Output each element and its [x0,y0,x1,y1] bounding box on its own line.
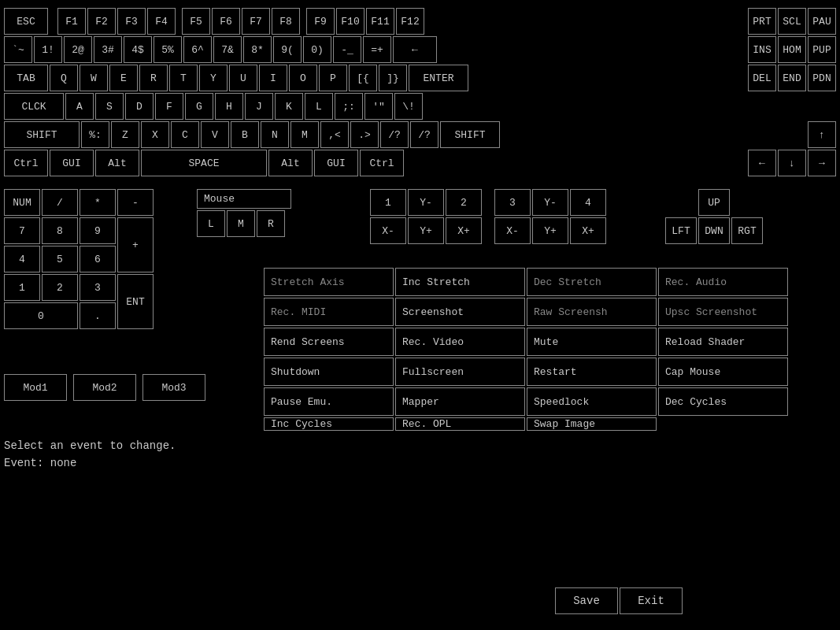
key-pup[interactable]: PUP [808,36,836,63]
key-h[interactable]: H [215,93,243,120]
exit-button[interactable]: Exit [620,587,683,614]
key-tab[interactable]: TAB [4,65,48,91]
np-0[interactable]: 0 [4,302,78,329]
key-backspace[interactable]: ← [393,36,437,63]
key-minus[interactable]: -_ [333,36,361,63]
np-dot[interactable]: . [80,302,116,329]
key-x[interactable]: X [141,121,169,148]
mod3-button[interactable]: Mod3 [142,374,205,401]
key-pdn[interactable]: PDN [808,65,836,91]
key-n[interactable]: N [261,121,289,148]
action-fullscreen[interactable]: Fullscreen [395,358,525,386]
key-q[interactable]: Q [50,65,78,91]
key-b[interactable]: B [231,121,259,148]
action-rec-midi[interactable]: Rec. MIDI [264,298,394,326]
key-rshift[interactable]: SHIFT [440,121,500,148]
ag2-yminus[interactable]: Y- [532,189,568,216]
action-rec-video[interactable]: Rec. Video [395,328,525,356]
key-f[interactable]: F [155,93,183,120]
save-button[interactable]: Save [555,587,618,614]
key-hom[interactable]: HOM [778,36,806,63]
np-8[interactable]: 8 [42,217,78,244]
key-semicolon[interactable]: ;: [335,93,363,120]
np-1[interactable]: 1 [4,274,40,301]
np-plus[interactable]: + [117,217,154,272]
ag1-yminus[interactable]: Y- [408,189,444,216]
action-restart[interactable]: Restart [527,358,657,386]
key-8[interactable]: 8* [243,36,272,63]
key-period[interactable]: .> [350,121,379,148]
key-4[interactable]: 4$ [124,36,152,63]
np-4[interactable]: 4 [4,246,40,272]
key-a[interactable]: A [65,93,94,120]
np-5[interactable]: 5 [42,246,78,272]
key-rgui[interactable]: GUI [314,150,358,176]
action-rec-opl[interactable]: Rec. OPL [395,417,525,431]
ag2-4[interactable]: 4 [570,189,606,216]
key-7[interactable]: 7& [213,36,242,63]
key-g[interactable]: G [185,93,213,120]
key-1[interactable]: 1! [34,36,62,63]
key-z[interactable]: Z [111,121,139,148]
np-multiply[interactable]: * [80,189,116,216]
ag2-3[interactable]: 3 [494,189,531,216]
key-v[interactable]: V [201,121,229,148]
key-s[interactable]: S [95,93,124,120]
key-f11[interactable]: F11 [366,8,394,35]
action-pause-emu[interactable]: Pause Emu. [264,387,394,416]
action-dec-stretch[interactable]: Dec Stretch [527,268,657,296]
key-rctrl[interactable]: Ctrl [360,150,404,176]
key-slash2[interactable]: /? [410,121,439,148]
key-3[interactable]: 3# [94,36,122,63]
key-lctrl[interactable]: Ctrl [4,150,48,176]
key-ralt[interactable]: Alt [268,150,313,176]
action-rend-screens[interactable]: Rend Screens [264,328,394,356]
key-down[interactable]: ↓ [778,150,806,176]
key-rbracket[interactable]: ]} [379,65,407,91]
key-f9[interactable]: F9 [306,8,335,35]
key-lalt[interactable]: Alt [95,150,139,176]
action-rec-audio[interactable]: Rec. Audio [658,268,788,296]
key-f8[interactable]: F8 [272,8,300,35]
key-f12[interactable]: F12 [396,8,424,35]
key-backslash[interactable]: \! [394,93,423,120]
key-ins[interactable]: INS [748,36,776,63]
action-screenshot[interactable]: Screenshot [395,298,525,326]
np-6[interactable]: 6 [80,246,116,272]
mouse-right[interactable]: R [257,210,285,237]
key-up[interactable]: ↑ [808,121,836,148]
key-k[interactable]: K [275,93,303,120]
key-lbracket[interactable]: [{ [349,65,377,91]
key-backtick[interactable]: `~ [4,36,32,63]
key-end[interactable]: END [778,65,806,91]
np-2[interactable]: 2 [42,274,78,301]
key-m[interactable]: M [290,121,319,148]
key-del[interactable]: DEL [748,65,776,91]
key-j[interactable]: J [245,93,273,120]
action-raw-screenshot[interactable]: Raw Screensh [527,298,657,326]
nav-left[interactable]: LFT [665,217,697,244]
key-r[interactable]: R [139,65,168,91]
ag2-xplus[interactable]: X+ [570,217,606,244]
action-cap-mouse[interactable]: Cap Mouse [658,358,788,386]
np-9[interactable]: 9 [80,217,116,244]
action-mapper[interactable]: Mapper [395,387,525,416]
key-f5[interactable]: F5 [182,8,210,35]
key-enter[interactable]: ENTER [409,65,468,91]
action-inc-stretch[interactable]: Inc Stretch [395,268,525,296]
nav-down[interactable]: DWN [698,217,730,244]
key-f2[interactable]: F2 [87,8,116,35]
key-l[interactable]: L [305,93,333,120]
action-speedlock[interactable]: Speedlock [527,387,657,416]
np-3[interactable]: 3 [80,274,116,301]
ag1-yplus[interactable]: Y+ [408,217,444,244]
key-lshift[interactable]: SHIFT [4,121,80,148]
action-upsc-screenshot[interactable]: Upsc Screenshot [658,298,788,326]
np-7[interactable]: 7 [4,217,40,244]
key-esc[interactable]: ESC [4,8,48,35]
key-lgui[interactable]: GUI [50,150,94,176]
key-c[interactable]: C [171,121,199,148]
action-swap-image[interactable]: Swap Image [527,417,657,431]
action-stretch-axis[interactable]: Stretch Axis [264,268,394,296]
key-f6[interactable]: F6 [212,8,240,35]
